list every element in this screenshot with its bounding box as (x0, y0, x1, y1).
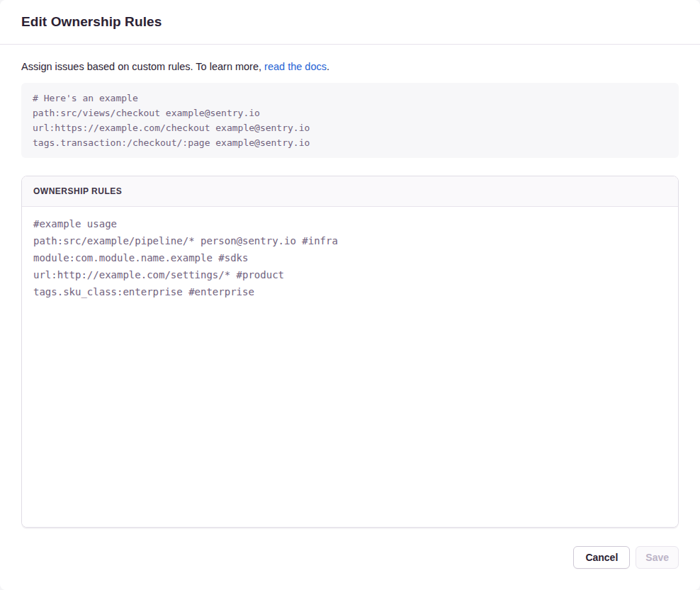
description-text: Assign issues based on custom rules. To … (21, 60, 679, 73)
save-button[interactable]: Save (636, 546, 679, 569)
description-before-link: Assign issues based on custom rules. To … (21, 61, 264, 72)
modal-footer: Cancel Save (0, 528, 700, 590)
ownership-rules-panel: OWNERSHIP RULES #example usage path:src/… (21, 176, 679, 528)
modal-body: Assign issues based on custom rules. To … (0, 45, 700, 528)
ownership-rules-textarea[interactable]: #example usage path:src/example/pipeline… (22, 207, 678, 527)
cancel-button[interactable]: Cancel (573, 546, 630, 569)
description-after-link: . (327, 61, 329, 72)
example-rules-block: # Here's an example path:src/views/check… (21, 83, 679, 158)
edit-ownership-rules-modal: Edit Ownership Rules Assign issues based… (0, 0, 700, 590)
modal-title: Edit Ownership Rules (21, 14, 679, 30)
read-the-docs-link[interactable]: read the docs (264, 61, 327, 72)
modal-header: Edit Ownership Rules (0, 0, 700, 45)
ownership-rules-panel-header: OWNERSHIP RULES (22, 176, 678, 207)
